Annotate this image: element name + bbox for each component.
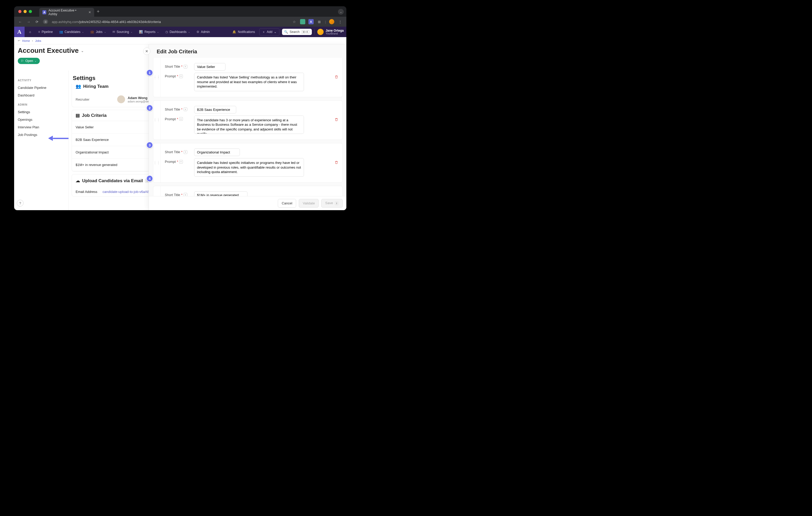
nav-sourcing[interactable]: ✉Sourcing⌄ bbox=[110, 27, 135, 37]
recruiter-label: Recruiter bbox=[76, 97, 99, 101]
ashby-extension-icon[interactable]: A bbox=[309, 19, 314, 24]
sidebar-item-interview-plan[interactable]: Interview Plan bbox=[18, 123, 67, 131]
sidebar-item-dashboard[interactable]: Dashboard bbox=[18, 91, 67, 99]
sidebar-item-candidate-pipeline[interactable]: Candidate Pipeline bbox=[18, 84, 67, 91]
save-button[interactable]: Savei bbox=[321, 199, 343, 208]
nav-pipeline[interactable]: ≡Pipeline bbox=[36, 27, 55, 37]
info-icon[interactable]: i bbox=[179, 117, 183, 121]
ashby-logo[interactable]: A bbox=[14, 27, 25, 37]
info-icon: i bbox=[335, 201, 339, 206]
drag-handle[interactable]: ⋮⋮⋮⋮ bbox=[153, 186, 161, 196]
nav-candidates[interactable]: 👥Candidates⌄ bbox=[57, 27, 87, 37]
help-button[interactable]: ? bbox=[17, 200, 24, 207]
breadcrumb-jobs[interactable]: Jobs bbox=[35, 39, 41, 42]
delete-criteria-button[interactable] bbox=[335, 161, 338, 165]
sidebar-section-admin: ADMIN bbox=[18, 103, 67, 106]
close-tab-icon[interactable]: ✕ bbox=[88, 10, 91, 14]
address-bar: ← → ⟳ ☰ app.ashbyhq.com/jobs/e24f3252-48… bbox=[14, 17, 346, 27]
ashby-favicon: A bbox=[42, 10, 46, 14]
short-title-input[interactable] bbox=[194, 149, 240, 156]
url-field[interactable]: app.ashbyhq.com/jobs/e24f3252-484a-4654-… bbox=[52, 20, 288, 24]
user-avatar bbox=[317, 29, 324, 35]
chrome-profile-avatar[interactable] bbox=[329, 19, 334, 24]
upload-email-value[interactable]: candidate-upload-to-job-v6aA86 bbox=[103, 190, 151, 194]
job-criteria-panel: ▤Job Criteria Value Seller B2B Saas Expe… bbox=[72, 110, 162, 172]
prompt-textarea[interactable] bbox=[194, 73, 304, 91]
drawer-title: Edit Job Criteria bbox=[149, 44, 346, 58]
tab-strip: A Account Executive • Ashby ✕ + ⌄ bbox=[14, 6, 346, 17]
window-controls[interactable] bbox=[17, 10, 34, 13]
info-icon[interactable]: i bbox=[184, 150, 187, 154]
back-icon[interactable]: ↩ bbox=[18, 39, 20, 42]
breadcrumb-home[interactable]: Home bbox=[22, 39, 30, 42]
app-topnav: A ⌂ ≡Pipeline 👥Candidates⌄ 💼Jobs⌄ ✉Sourc… bbox=[14, 27, 346, 37]
tab-title: Account Executive • Ashby bbox=[49, 9, 84, 16]
chrome-menu-icon[interactable]: ⋮ bbox=[338, 19, 343, 24]
chrome-overflow-icon[interactable]: ⌄ bbox=[338, 9, 344, 14]
criteria-card: ⋮⋮⋮⋮ Short Title*i Prompt*i bbox=[153, 143, 343, 183]
delete-criteria-button[interactable] bbox=[335, 75, 338, 80]
info-icon[interactable]: i bbox=[184, 65, 187, 68]
search-button[interactable]: 🔍Search⌘+K bbox=[282, 29, 312, 35]
gauge-icon: ◷ bbox=[165, 30, 168, 34]
gear-icon: ⚙ bbox=[197, 30, 199, 34]
sidebar: ACTIVITY Candidate Pipeline Dashboard AD… bbox=[14, 70, 68, 210]
info-icon[interactable]: i bbox=[179, 74, 183, 78]
cancel-button[interactable]: Cancel bbox=[278, 199, 296, 208]
close-drawer-button[interactable]: ✕ bbox=[143, 48, 150, 55]
minimize-window-button[interactable] bbox=[24, 10, 27, 13]
extensions-puzzle-icon[interactable]: ⊞ bbox=[317, 19, 322, 24]
step-marker-4: 4 bbox=[146, 175, 153, 182]
door-open-icon: ⚐ bbox=[21, 59, 24, 63]
user-org: YourBrand bbox=[326, 32, 344, 35]
short-title-input[interactable] bbox=[194, 106, 236, 114]
criteria-list-item[interactable]: Value Seller bbox=[72, 121, 161, 133]
nav-admin[interactable]: ⚙Admin bbox=[194, 27, 212, 37]
back-button[interactable]: ← bbox=[18, 20, 23, 24]
prompt-textarea[interactable] bbox=[194, 116, 304, 134]
criteria-card: ⋮⋮⋮⋮ Short Title*i Prompt*i bbox=[153, 58, 343, 97]
extension-icon[interactable] bbox=[300, 19, 305, 24]
maximize-window-button[interactable] bbox=[29, 10, 32, 13]
nav-jobs[interactable]: 💼Jobs⌄ bbox=[88, 27, 109, 37]
plus-icon: ＋ bbox=[262, 30, 265, 34]
bookmark-icon[interactable]: ☆ bbox=[292, 19, 297, 24]
nav-reports[interactable]: 📊Reports⌄ bbox=[136, 27, 162, 37]
info-icon[interactable]: i bbox=[179, 160, 183, 164]
short-title-input[interactable] bbox=[194, 191, 248, 196]
breadcrumb: ↩ Home • Jobs bbox=[14, 37, 346, 44]
chevron-down-icon[interactable]: ⌄ bbox=[81, 49, 84, 53]
short-title-input[interactable] bbox=[194, 63, 226, 70]
edit-criteria-drawer: ✕ Edit Job Criteria ⋮⋮⋮⋮ Short Title*i P… bbox=[149, 44, 346, 210]
reload-button[interactable]: ⟳ bbox=[34, 20, 39, 24]
sidebar-item-settings[interactable]: Settings bbox=[18, 108, 67, 116]
chevron-down-icon: ⌄ bbox=[274, 30, 277, 34]
home-icon[interactable]: ⌂ bbox=[26, 30, 34, 34]
drag-handle[interactable]: ⋮⋮⋮⋮ bbox=[153, 58, 161, 97]
browser-tab[interactable]: A Account Executive • Ashby ✕ bbox=[39, 8, 94, 17]
sidebar-item-openings[interactable]: Openings bbox=[18, 116, 67, 123]
notifications-button[interactable]: 🔔Notifications bbox=[231, 27, 256, 37]
new-tab-button[interactable]: + bbox=[94, 7, 102, 16]
delete-criteria-button[interactable] bbox=[335, 118, 338, 122]
browser-actions: ☆ A ⊞ | ⋮ bbox=[292, 19, 343, 24]
user-menu[interactable]: Jane Ortega YourBrand bbox=[317, 29, 344, 35]
chevron-down-icon: ⌄ bbox=[130, 31, 133, 33]
add-button[interactable]: ＋Add⌄ bbox=[259, 28, 280, 36]
chevron-down-icon: ⌄ bbox=[188, 31, 190, 33]
step-marker-3: 3 bbox=[146, 142, 153, 149]
prompt-textarea[interactable] bbox=[194, 158, 304, 177]
criteria-card: ⋮⋮⋮⋮ Short Title*i Prompt*i bbox=[153, 100, 343, 140]
drag-handle[interactable]: ⋮⋮⋮⋮ bbox=[153, 101, 161, 140]
close-window-button[interactable] bbox=[18, 10, 22, 13]
info-icon[interactable]: i bbox=[184, 193, 187, 196]
info-icon[interactable]: i bbox=[184, 108, 187, 111]
nav-dashboards[interactable]: ◷Dashboards⌄ bbox=[163, 27, 193, 37]
hiring-team-panel: 👥Hiring Team Recruiter Adam Wong adam.wo… bbox=[72, 84, 162, 107]
site-info-icon[interactable]: ☰ bbox=[43, 19, 48, 24]
forward-button[interactable]: → bbox=[26, 20, 31, 24]
validate-button[interactable]: Validate bbox=[299, 199, 319, 208]
job-status-pill[interactable]: ⚐ Open ⌄ bbox=[18, 58, 40, 64]
drag-handle[interactable]: ⋮⋮⋮⋮ bbox=[153, 143, 161, 182]
criteria-list-item[interactable]: $1M+ in revenue generated bbox=[72, 159, 161, 171]
